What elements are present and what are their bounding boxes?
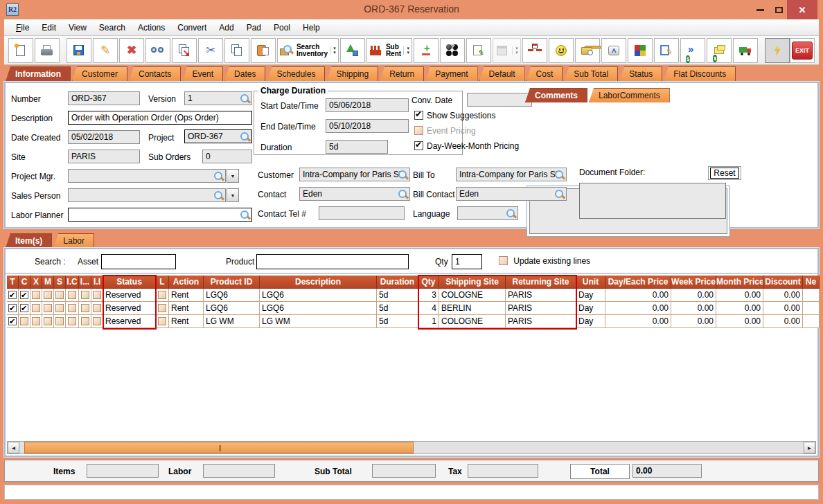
tab-dates[interactable]: Dates xyxy=(224,66,265,82)
search-icon[interactable] xyxy=(555,170,565,180)
chevron-down-icon[interactable]: ▼▼ xyxy=(403,46,410,55)
conv-date-field[interactable] xyxy=(467,93,532,107)
notepad-button[interactable]: ✎ xyxy=(466,38,491,63)
row-2-check-i-i[interactable] xyxy=(91,302,103,315)
tab-sub-total[interactable]: Sub Total xyxy=(564,66,618,82)
row-2-check-m[interactable] xyxy=(42,302,54,315)
print-button[interactable] xyxy=(35,38,60,63)
row-3-check-t[interactable] xyxy=(7,315,19,328)
cubes-button[interactable] xyxy=(628,38,653,63)
search-icon[interactable] xyxy=(555,190,565,199)
asset-search-input[interactable] xyxy=(101,254,176,269)
column-header-c[interactable]: C xyxy=(19,276,30,289)
row-3-check-i-c[interactable] xyxy=(66,315,79,328)
date-created-field[interactable] xyxy=(68,130,140,144)
total-button[interactable]: Total xyxy=(570,464,630,479)
column-header-unit[interactable]: Unit xyxy=(576,276,605,289)
product-search-input[interactable] xyxy=(256,254,409,269)
bill-contact-field[interactable] xyxy=(456,187,567,201)
row-1-check-t[interactable] xyxy=(7,289,19,302)
document-folder-field[interactable] xyxy=(579,183,726,219)
tab-shipping[interactable]: Shipping xyxy=(326,66,378,82)
shapes-button[interactable] xyxy=(340,38,365,63)
end-date-field[interactable] xyxy=(326,119,409,133)
update-existing-lines-checkbox[interactable] xyxy=(499,256,508,265)
row-3-check-c[interactable] xyxy=(19,315,30,328)
column-header-week-price[interactable]: Week Price xyxy=(671,276,716,289)
search-icon[interactable] xyxy=(214,191,224,201)
search-icon[interactable] xyxy=(214,172,224,181)
tab-flat-discounts[interactable]: Flat Discounts xyxy=(664,66,736,82)
column-header-l[interactable]: L xyxy=(156,276,169,289)
row-2-check-i-[interactable] xyxy=(79,302,91,315)
row-3-check-i-[interactable] xyxy=(79,315,91,328)
search-icon[interactable] xyxy=(240,132,250,142)
sub-rent-button[interactable]: SubRent▼▼ xyxy=(366,38,412,63)
copy-special-button[interactable]: ↘ xyxy=(172,38,197,63)
sales-person-field[interactable] xyxy=(68,188,226,202)
column-header-description[interactable]: Description xyxy=(260,276,377,289)
shipping-truck-button[interactable] xyxy=(733,38,758,63)
row-1-check-i-i[interactable] xyxy=(91,289,103,302)
price-notes-button[interactable]: $ xyxy=(707,38,732,63)
start-date-field[interactable] xyxy=(326,98,409,112)
scroll-right-icon[interactable]: ► xyxy=(804,442,815,453)
search-icon[interactable] xyxy=(240,210,250,220)
chevron-down-icon[interactable]: ▼▼ xyxy=(330,46,337,55)
cell-l[interactable] xyxy=(156,289,169,302)
org-chart-button[interactable] xyxy=(522,38,547,63)
tab-comments[interactable]: Comments xyxy=(525,88,587,102)
customer-field[interactable] xyxy=(299,168,410,181)
row-2-check-s[interactable] xyxy=(54,302,66,315)
search-icon[interactable] xyxy=(506,209,516,219)
column-header-qty[interactable]: Qty xyxy=(418,276,439,289)
tab-laborcomments[interactable]: LaborComments xyxy=(589,88,670,102)
column-header-x[interactable]: X xyxy=(30,276,42,289)
horizontal-scrollbar[interactable]: ◄ ► xyxy=(7,441,816,454)
chevron-down-icon[interactable]: ▼▼ xyxy=(512,46,519,55)
event-pricing-checkbox[interactable] xyxy=(414,126,423,135)
column-header-s[interactable]: S xyxy=(54,276,66,289)
tab-status[interactable]: Status xyxy=(619,66,662,82)
row-3-check-i-i[interactable] xyxy=(91,315,103,328)
close-button[interactable]: ✕ xyxy=(787,0,817,19)
add-remove-button[interactable]: ＋ xyxy=(414,38,439,63)
folder-time-button[interactable] xyxy=(575,38,600,63)
column-header-status[interactable]: Status xyxy=(103,276,156,289)
tab-default[interactable]: Default xyxy=(479,66,525,82)
minimize-button[interactable] xyxy=(752,0,768,19)
column-header-i-[interactable]: I... xyxy=(79,276,91,289)
column-header-product-id[interactable]: Product ID xyxy=(204,276,260,289)
search-icon[interactable] xyxy=(398,170,408,180)
smiley-button[interactable] xyxy=(549,38,574,63)
row-1-check-i-[interactable] xyxy=(79,289,91,302)
group-availability-button[interactable]: ? xyxy=(440,38,465,63)
labor-planner-field[interactable] xyxy=(68,208,252,222)
show-suggestions-checkbox[interactable] xyxy=(414,111,423,120)
duration-field[interactable] xyxy=(326,140,388,154)
column-header-m[interactable]: M xyxy=(42,276,54,289)
bill-to-field[interactable] xyxy=(456,168,567,181)
tab-item-s-[interactable]: Item(s) xyxy=(6,233,52,248)
menu-convert[interactable]: Convert xyxy=(171,21,213,35)
menu-search[interactable]: Search xyxy=(93,21,132,35)
delete-button[interactable]: ✖ xyxy=(119,38,144,63)
menu-file[interactable]: File xyxy=(10,21,35,35)
sub-orders-field[interactable] xyxy=(202,150,252,163)
row-1-check-s[interactable] xyxy=(54,289,66,302)
contact-field[interactable] xyxy=(299,187,410,201)
menu-pad[interactable]: Pad xyxy=(240,21,267,35)
tab-event[interactable]: Event xyxy=(182,66,223,82)
table-row[interactable]: ReservedRentLGQ6LGQ65d4BERLINPARISDay0.0… xyxy=(7,302,817,315)
table-row[interactable]: ReservedRentLG WMLG WM5d1COLOGNEPARISDay… xyxy=(7,315,817,328)
tab-payment[interactable]: Payment xyxy=(425,66,477,82)
cut-button[interactable]: ✂ xyxy=(198,38,223,63)
project-mgr-field[interactable] xyxy=(68,169,226,183)
row-2-check-x[interactable] xyxy=(30,302,42,315)
column-header-t[interactable]: T xyxy=(7,276,19,289)
quick-action-button[interactable] xyxy=(765,38,790,63)
menu-help[interactable]: Help xyxy=(297,21,326,35)
tab-information[interactable]: Information xyxy=(6,66,71,82)
edit-note-button[interactable]: ✎ xyxy=(654,38,679,63)
column-header-duration[interactable]: Duration xyxy=(377,276,418,289)
